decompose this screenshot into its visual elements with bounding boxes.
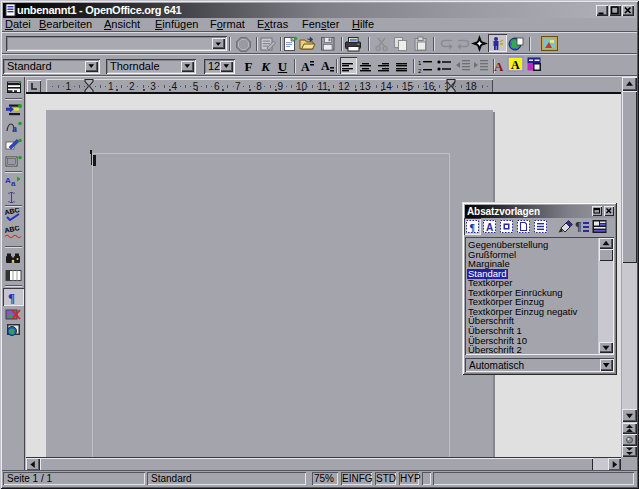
svg-text:A: A bbox=[321, 59, 330, 73]
svg-text:2: 2 bbox=[418, 68, 422, 74]
svg-text:A: A bbox=[511, 58, 520, 72]
svg-text:A: A bbox=[486, 222, 493, 233]
svg-text:¶: ¶ bbox=[470, 222, 475, 233]
svg-text:A: A bbox=[494, 59, 504, 74]
svg-text:¶: ¶ bbox=[8, 290, 15, 304]
svg-text:¶: ¶ bbox=[575, 219, 581, 233]
svg-text:A: A bbox=[301, 60, 310, 74]
svg-text:a: a bbox=[11, 179, 16, 188]
svg-text:a: a bbox=[12, 123, 17, 134]
svg-text:ABC: ABC bbox=[4, 226, 20, 234]
svg-text:1: 1 bbox=[418, 60, 422, 66]
